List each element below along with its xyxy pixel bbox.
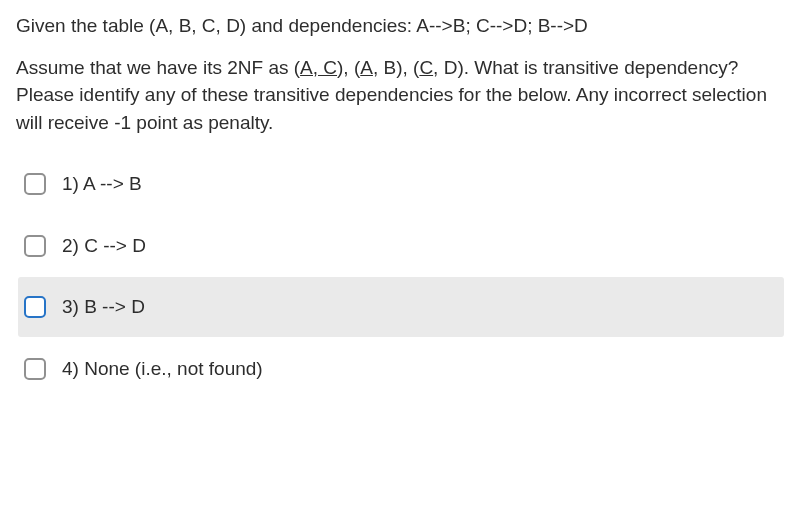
question-line-1: Given the table (A, B, C, D) and depende… [16,12,784,40]
option-label: 4) None (i.e., not found) [62,355,263,383]
option-4[interactable]: 4) None (i.e., not found) [18,339,784,399]
underline-key: A, C [300,57,337,78]
checkbox-icon[interactable] [24,296,46,318]
underline-key: A [360,57,373,78]
checkbox-icon[interactable] [24,358,46,380]
option-2[interactable]: 2) C --> D [18,216,784,276]
underline-key: C [419,57,433,78]
options-list: 1) A --> B 2) C --> D 3) B --> D 4) None… [16,154,784,398]
text-fragment: , B), ( [373,57,419,78]
checkbox-icon[interactable] [24,173,46,195]
option-label: 2) C --> D [62,232,146,260]
option-label: 3) B --> D [62,293,145,321]
option-1[interactable]: 1) A --> B [18,154,784,214]
question-stem: Given the table (A, B, C, D) and depende… [16,12,784,136]
text-fragment: ), ( [337,57,360,78]
checkbox-icon[interactable] [24,235,46,257]
option-label: 1) A --> B [62,170,142,198]
text-fragment: Assume that we have its 2NF as ( [16,57,300,78]
option-3[interactable]: 3) B --> D [18,277,784,337]
quiz-question: Given the table (A, B, C, D) and depende… [0,0,800,420]
question-line-2: Assume that we have its 2NF as (A, C), (… [16,54,784,137]
